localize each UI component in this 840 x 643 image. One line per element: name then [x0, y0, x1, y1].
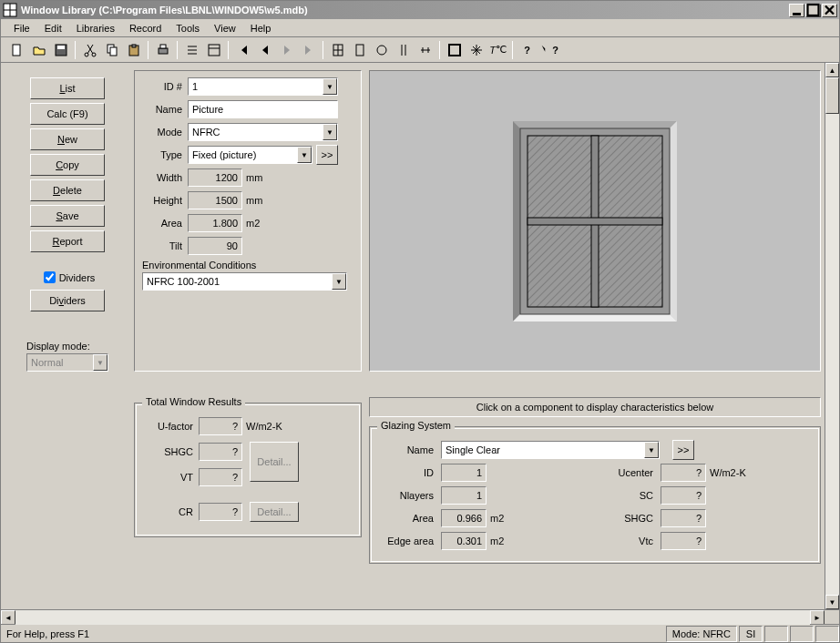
menu-file[interactable]: File [6, 21, 37, 36]
save-icon[interactable] [50, 40, 71, 60]
glass-lib-icon[interactable] [371, 40, 392, 60]
results-legend: Total Window Results [142, 396, 245, 407]
dividers-checkbox-label: Dividers [59, 272, 96, 283]
status-empty-1 [764, 626, 788, 642]
copy-icon[interactable] [101, 40, 122, 60]
glazing-sc-label: SC [599, 490, 661, 501]
name-input[interactable]: Picture [188, 100, 338, 118]
ufactor-label: U-factor [144, 421, 199, 432]
height-input[interactable]: 1500 [188, 191, 242, 209]
chevron-down-icon[interactable]: ▼ [323, 124, 337, 140]
svg-rect-9 [57, 46, 65, 49]
tilt-label: Tilt [142, 240, 188, 251]
scroll-thumb[interactable] [825, 77, 839, 114]
mode-dropdown[interactable]: NFRC▼ [188, 123, 338, 141]
cut-icon[interactable] [79, 40, 100, 60]
env-cond-dropdown[interactable]: NFRC 100-2001▼ [142, 272, 347, 291]
scroll-corner [825, 610, 839, 625]
mode-label: Mode [142, 127, 188, 138]
toolbar: T℃ ? ? [1, 37, 839, 63]
close-button[interactable] [822, 4, 837, 17]
menu-edit[interactable]: Edit [37, 21, 69, 36]
svg-rect-7 [13, 45, 20, 56]
menu-libraries[interactable]: Libraries [69, 21, 122, 36]
chevron-down-icon[interactable]: ▼ [323, 78, 337, 95]
menu-help[interactable]: Help [243, 21, 279, 36]
shgc-label: SHGC [144, 446, 199, 457]
cr-value: ? [199, 503, 242, 521]
calc-button[interactable]: Calc (F9) [30, 103, 105, 125]
menu-tools[interactable]: Tools [169, 21, 207, 36]
copy-button[interactable]: Copy [30, 154, 105, 176]
menu-bar: File Edit Libraries Record Tools View He… [1, 19, 839, 37]
svg-rect-26 [356, 45, 364, 56]
detail-button-1[interactable]: Detail... [250, 442, 299, 482]
glazing-lib-icon[interactable] [349, 40, 370, 60]
divider-lib-icon[interactable] [444, 40, 465, 60]
scroll-left-icon[interactable]: ◄ [1, 610, 15, 625]
report-button[interactable]: Report [30, 230, 105, 252]
glazing-nlayers-label: Nlayers [379, 490, 441, 501]
status-unit[interactable]: SI [739, 626, 763, 642]
glazing-ucenter-value: ? [661, 464, 706, 482]
chevron-down-icon[interactable]: ▼ [332, 273, 346, 290]
ufactor-unit: W/m2-K [246, 421, 282, 432]
horizontal-scrollbar[interactable]: ◄ ► [1, 609, 839, 624]
new-button[interactable]: New [30, 128, 105, 150]
glazing-more-button[interactable]: >> [672, 440, 694, 460]
menu-view[interactable]: View [207, 21, 243, 36]
list-view-icon[interactable] [181, 40, 202, 60]
print-icon[interactable] [152, 40, 173, 60]
svg-rect-13 [110, 47, 117, 56]
environ-lib-icon[interactable] [466, 40, 487, 60]
chevron-down-icon[interactable]: ▼ [297, 147, 312, 163]
scroll-down-icon[interactable]: ▼ [825, 595, 839, 609]
tilt-input[interactable]: 90 [188, 237, 242, 255]
type-dropdown[interactable]: Fixed (picture)▼ [188, 146, 312, 164]
last-record-icon[interactable] [298, 40, 319, 60]
scroll-right-icon[interactable]: ► [810, 610, 825, 625]
display-mode-dropdown: Normal ▼ [26, 353, 108, 372]
status-empty-3 [815, 626, 839, 642]
save-button[interactable]: Save [30, 205, 105, 227]
open-icon[interactable] [28, 40, 49, 60]
new-icon[interactable] [6, 40, 27, 60]
glazing-edge-value: 0.301 [441, 532, 487, 550]
svg-rect-16 [159, 48, 168, 54]
first-record-icon[interactable] [232, 40, 253, 60]
width-label: Width [142, 172, 188, 183]
chevron-down-icon[interactable]: ▼ [644, 442, 659, 458]
scroll-up-icon[interactable]: ▲ [825, 63, 839, 77]
menu-record[interactable]: Record [122, 21, 169, 36]
width-input[interactable]: 1200 [188, 168, 242, 187]
vt-value: ? [199, 468, 242, 486]
type-more-button[interactable]: >> [316, 145, 338, 165]
glazing-nlayers-value: 1 [441, 486, 487, 505]
window-preview[interactable] [369, 70, 821, 372]
dividers-checkbox[interactable] [44, 271, 56, 283]
glazing-vtc-label: Vtc [599, 536, 661, 546]
minimize-button[interactable] [789, 4, 804, 17]
ufactor-value: ? [199, 417, 242, 435]
area-value: 1.800 [188, 214, 242, 232]
glazing-name-dropdown[interactable]: Single Clear▼ [441, 441, 660, 459]
window-lib-icon[interactable] [327, 40, 348, 60]
detail-view-icon[interactable] [203, 40, 224, 60]
next-record-icon[interactable] [276, 40, 297, 60]
paste-icon[interactable] [123, 40, 144, 60]
id-dropdown[interactable]: 1▼ [188, 77, 338, 96]
prev-record-icon[interactable] [254, 40, 275, 60]
gas-lib-icon[interactable] [393, 40, 414, 60]
list-button[interactable]: List [30, 77, 105, 99]
frame-lib-icon[interactable] [415, 40, 435, 60]
svg-marker-41 [670, 121, 677, 322]
help-icon[interactable]: ? [517, 40, 538, 60]
context-help-icon[interactable]: ? [538, 40, 559, 60]
detail-button-2[interactable]: Detail... [250, 502, 299, 522]
glazing-ucenter-label: Ucenter [599, 467, 661, 478]
maximize-button[interactable] [805, 4, 821, 17]
delete-button[interactable]: Delete [30, 179, 105, 201]
shade-lib-icon[interactable]: T℃ [487, 40, 508, 60]
vertical-scrollbar[interactable]: ▲ ▼ [825, 63, 839, 609]
dividers-button[interactable]: Dividers [30, 290, 105, 311]
